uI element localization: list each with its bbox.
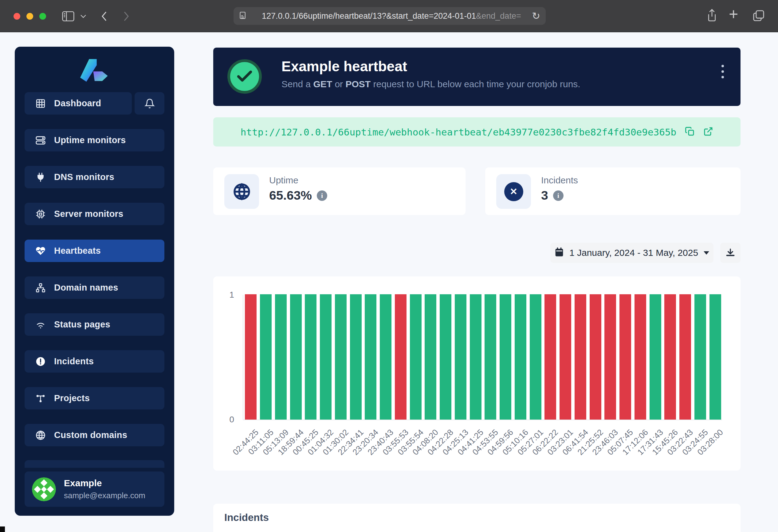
chart-bar-down[interactable] [604,294,616,420]
chart-bar-up[interactable] [260,294,271,420]
profile-button[interactable]: Example sample@example.com [24,471,164,507]
new-tab-button[interactable]: + [729,5,738,23]
chevron-down-icon[interactable] [80,14,87,20]
chart-bar-down[interactable] [245,294,256,420]
x-circle-icon: ✕ [496,174,531,209]
chart-bar-down[interactable] [395,294,406,420]
chart-bar-up[interactable] [530,294,541,420]
chart-bar-up[interactable] [275,294,287,420]
chart-bar-down[interactable] [559,294,571,420]
minimize-window-button[interactable] [26,13,33,20]
sidebar-item-label: Projects [54,393,90,403]
sidebar-item-label: DNS monitors [54,172,114,182]
info-icon[interactable]: i [317,190,327,201]
sidebar-row: Incidents [24,350,164,373]
share-icon[interactable] [706,9,718,24]
chart-bar-up[interactable] [424,294,436,420]
sidebar-row: Domain names [24,276,164,299]
corner-mark [0,526,5,532]
chart-bar-up[interactable] [440,294,451,420]
sidebar-item-label: Incidents [54,356,94,366]
profile-email: sample@example.com [64,491,145,500]
status-check-icon [227,59,262,94]
plug-icon [35,172,46,183]
sidebar-item-partial[interactable] [24,460,164,468]
page-title: Example heartbeat [282,58,407,75]
sidebar-item-uptime-monitors[interactable]: Uptime monitors [24,129,164,152]
sidebar-row: Projects [24,387,164,410]
sidebar-item-label: Dashboard [54,98,101,108]
date-range-button[interactable]: 1 January, 2024 - 31 May, 2025 [550,243,713,263]
chart-plot [243,295,722,420]
sidebar-item-label: Status pages [54,320,110,330]
chart-bar-up[interactable] [499,294,511,420]
webhook-url[interactable]: http://127.0.0.1/66uptime/webhook-heartb… [241,126,676,138]
notifications-bell-button[interactable] [135,92,164,114]
zoom-window-button[interactable] [39,13,46,20]
date-range-text: 1 January, 2024 - 31 May, 2025 [569,248,698,258]
chart-bar-up[interactable] [515,294,526,420]
chart-bar-up[interactable] [410,294,421,420]
chart-bar-up[interactable] [320,294,331,420]
sidebar-item-domain-names[interactable]: Domain names [24,276,164,299]
heartbeat-header-card: Example heartbeat Send a GET or POST req… [213,48,741,106]
calendar-icon [555,247,564,258]
sidebar-item-custom-domains[interactable]: Custom domains [24,424,164,446]
back-button[interactable] [100,10,108,24]
sidebar-item-heartbeats[interactable]: Heartbeats [24,240,164,262]
chart-bar-up[interactable] [455,294,466,420]
sidebar-toggle-icon[interactable] [62,11,74,23]
sidebar: DashboardUptime monitorsDNS monitorsServ… [15,47,174,516]
download-button[interactable] [720,243,741,263]
cpu-icon [35,208,46,219]
chart-bar-down[interactable] [590,294,601,420]
chart-bar-down[interactable] [574,294,586,420]
incidents-label: Incidents [541,175,578,185]
sidebar-row: Uptime monitors [24,129,164,152]
sidebar-item-incidents[interactable]: Incidents [24,350,164,373]
close-window-button[interactable] [13,13,20,20]
y-axis-tick-0: 0 [222,415,234,425]
chart-bar-up[interactable] [649,294,661,420]
chart-bar-up[interactable] [380,294,391,420]
sitemap-icon [35,282,46,293]
url-bar[interactable]: 127.0.0.1/66uptime/heartbeat/13?&start_d… [234,7,546,25]
chart-bar-down[interactable] [634,294,646,420]
incidents-section-card: Incidents [213,504,741,532]
sidebar-item-status-pages[interactable]: Status pages [24,313,164,336]
chart-bar-up[interactable] [694,294,706,420]
chart-bar-down[interactable] [679,294,691,420]
heart-pulse-icon [35,245,46,257]
chart-bar-up[interactable] [365,294,376,420]
chart-bar-up[interactable] [470,294,481,420]
reload-icon[interactable]: ↻ [532,10,540,22]
chart-bar-down[interactable] [544,294,556,420]
more-options-button[interactable] [721,65,724,78]
server-icon [35,135,46,146]
sidebar-item-server-monitors[interactable]: Server monitors [24,203,164,225]
caret-down-icon [704,251,709,255]
external-link-icon[interactable] [703,126,713,138]
chart-bar-down[interactable] [619,294,631,420]
chart-bar-up[interactable] [709,294,721,420]
sidebar-item-dashboard[interactable]: Dashboard [24,92,132,114]
chart-bar-down[interactable] [664,294,676,420]
avatar [32,477,56,501]
sidebar-item-label: Custom domains [54,430,127,440]
sidebar-row: Status pages [24,313,164,336]
sidebar-item-projects[interactable]: Projects [24,387,164,410]
sidebar-item-label: Uptime monitors [54,135,126,145]
sidebar-item-dns-monitors[interactable]: DNS monitors [24,166,164,188]
sidebar-row: Heartbeats [24,240,164,262]
tab-overview-icon[interactable] [752,9,765,23]
chart-bar-up[interactable] [484,294,496,420]
chart-bar-up[interactable] [290,294,302,420]
info-icon[interactable]: i [553,190,563,201]
forward-button[interactable] [122,10,130,24]
chart-bar-up[interactable] [305,294,316,420]
chart-bar-up[interactable] [335,294,346,420]
reader-view-icon[interactable] [239,11,248,21]
copy-icon[interactable] [685,126,695,138]
sidebar-row: Server monitors [24,203,164,225]
chart-bar-up[interactable] [350,294,362,420]
